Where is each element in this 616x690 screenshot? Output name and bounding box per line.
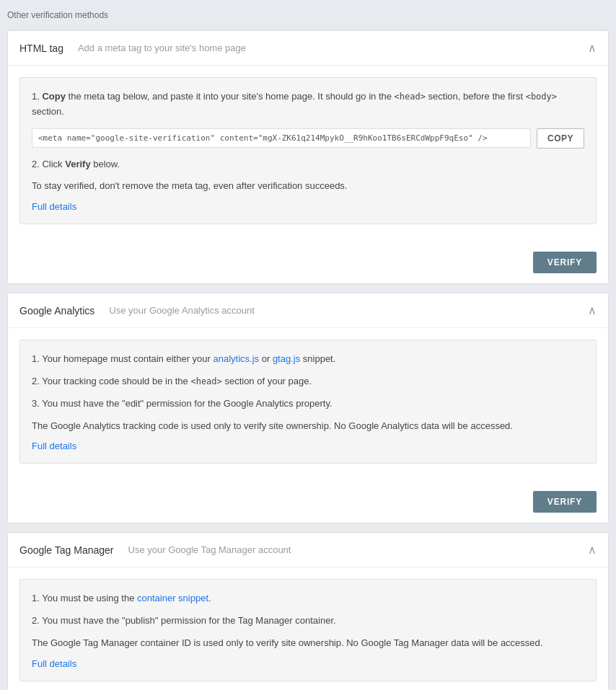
html-tag-card-header: HTML tag Add a meta tag to your site's h… (8, 31, 608, 66)
html-tag-card: HTML tag Add a meta tag to your site's h… (7, 30, 609, 284)
ga-subtitle: Use your Google Analytics account (109, 305, 255, 316)
gtm-step1: 1. You must be using the container snipp… (32, 591, 584, 606)
gtm-full-details-link[interactable]: Full details (32, 658, 584, 669)
ga-step1-or: or (259, 353, 273, 364)
html-tag-verify-row: VERIFY (8, 244, 608, 283)
gtm-step2: 2. You must have the "publish" permissio… (32, 614, 584, 629)
step1-text2: section, before the first (426, 91, 526, 102)
ga-header-left: Google Analytics Use your Google Analyti… (19, 305, 255, 317)
html-tag-step1: 1. Copy the meta tag below, and paste it… (32, 89, 584, 120)
gtm-note: The Google Tag Manager container ID is u… (32, 636, 584, 651)
html-tag-subtitle: Add a meta tag to your site's home page (78, 43, 246, 53)
step1-prefix: 1. (32, 91, 42, 102)
step1-text: the meta tag below, and paste it into yo… (66, 91, 395, 102)
gtm-container-snippet-link[interactable]: container snippet (137, 593, 208, 603)
gtm-step1-prefix: 1. You must be using the (32, 593, 137, 603)
google-analytics-card: Google Analytics Use your Google Analyti… (7, 293, 609, 523)
page-header-text: Other verification methods (7, 10, 108, 20)
html-tag-header-left: HTML tag Add a meta tag to your site's h… (19, 43, 246, 54)
gtm-subtitle: Use your Google Tag Manager account (128, 544, 291, 555)
gtm-collapse-icon[interactable]: ∧ (588, 543, 597, 557)
html-tag-info-box: 1. Copy the meta tag below, and paste it… (19, 77, 597, 224)
ga-step1-prefix: 1. Your homepage must contain either you… (32, 353, 214, 364)
gtm-card-header: Google Tag Manager Use your Google Tag M… (8, 533, 608, 567)
gtm-step1-suffix: . (208, 593, 211, 603)
meta-tag-value: <meta name="google-site-verification" co… (32, 128, 531, 148)
ga-analytics-js-link[interactable]: analytics.js (214, 353, 260, 364)
ga-verify-row: VERIFY (8, 484, 608, 523)
step2-prefix: 2. Click (32, 159, 65, 169)
html-tag-title: HTML tag (19, 43, 63, 54)
ga-full-details-link[interactable]: Full details (32, 441, 584, 451)
gtm-card-body: 1. You must be using the container snipp… (8, 567, 608, 690)
ga-note: The Google Analytics tracking code is us… (32, 419, 584, 434)
google-tag-manager-card: Google Tag Manager Use your Google Tag M… (7, 532, 609, 690)
step1-code2: <body> (526, 92, 557, 102)
page-header: Other verification methods (7, 7, 609, 23)
gtm-header-left: Google Tag Manager Use your Google Tag M… (19, 544, 291, 556)
step2-bold: Verify (65, 159, 90, 169)
html-tag-card-body: 1. Copy the meta tag below, and paste it… (8, 66, 608, 244)
ga-info-box: 1. Your homepage must contain either you… (19, 340, 597, 464)
ga-step1-suffix: snippet. (300, 353, 335, 364)
copy-button[interactable]: COPY (537, 128, 584, 149)
ga-step2: 2. Your tracking code should be in the <… (32, 374, 584, 389)
html-tag-step2: 2. Click Verify below. (32, 157, 584, 172)
ga-gtag-js-link[interactable]: gtag.js (273, 353, 300, 364)
ga-verify-button[interactable]: VERIFY (533, 491, 597, 513)
step1-code1: <head> (395, 92, 426, 102)
html-tag-note: To stay verified, don't remove the meta … (32, 179, 584, 194)
ga-step2-code: <head> (190, 376, 221, 386)
html-tag-full-details-link[interactable]: Full details (32, 201, 584, 212)
ga-title: Google Analytics (19, 305, 94, 317)
google-analytics-card-header: Google Analytics Use your Google Analyti… (8, 293, 608, 328)
step1-text3: section. (32, 106, 64, 117)
ga-step2-suffix: section of your page. (222, 376, 312, 386)
ga-step1: 1. Your homepage must contain either you… (32, 352, 584, 367)
ga-collapse-icon[interactable]: ∧ (588, 304, 597, 317)
html-tag-verify-button[interactable]: VERIFY (533, 252, 597, 273)
meta-tag-row: <meta name="google-site-verification" co… (32, 128, 584, 149)
html-tag-collapse-icon[interactable]: ∧ (588, 41, 597, 55)
ga-step3: 3. You must have the "edit" permission f… (32, 397, 584, 412)
ga-step2-prefix: 2. Your tracking code should be in the (32, 376, 190, 386)
gtm-title: Google Tag Manager (19, 544, 114, 556)
gtm-info-box: 1. You must be using the container snipp… (19, 579, 597, 681)
ga-card-body: 1. Your homepage must contain either you… (8, 328, 608, 484)
step1-bold: Copy (42, 91, 66, 102)
step2-suffix: below. (91, 159, 120, 169)
